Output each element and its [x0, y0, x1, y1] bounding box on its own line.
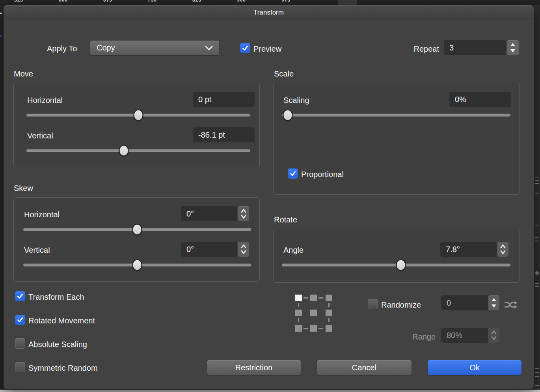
- slider-thumb[interactable]: [132, 259, 142, 271]
- symmetric-random-checkbox[interactable]: [15, 362, 25, 372]
- apply-to-dropdown[interactable]: Copy: [90, 41, 219, 55]
- shuffle-icon[interactable]: [504, 299, 518, 310]
- move-vertical-value: -86.1 pt: [198, 131, 225, 140]
- scaling-input[interactable]: 0%: [449, 92, 511, 107]
- dialog-title: Transform: [253, 9, 284, 17]
- ruler-number: 525: [14, 0, 23, 3]
- preview-checkbox[interactable]: [240, 43, 250, 53]
- slider-thumb[interactable]: [134, 110, 143, 121]
- anchor-point-center[interactable]: [310, 310, 317, 316]
- stepper-chevrons-icon: [240, 208, 247, 220]
- skew-horizontal-slider[interactable]: [23, 222, 251, 237]
- restriction-button-label: Restriction: [235, 363, 272, 372]
- anchor-point-middle-left[interactable]: [295, 310, 302, 316]
- anchor-point-middle-right[interactable]: [326, 310, 332, 316]
- range-input[interactable]: 80%: [441, 328, 488, 343]
- rotate-panel: Angle 7.8°: [273, 229, 520, 283]
- absolute-scaling-label: Absolute Scaling: [28, 339, 87, 349]
- panel-fragment: [535, 241, 539, 241]
- screen: 525600675750825900975 Transform Apply To…: [0, 0, 540, 392]
- checkmark-icon: [17, 293, 24, 300]
- stepper-up-down-icon: [510, 42, 516, 53]
- angle-slider[interactable]: [282, 258, 510, 273]
- randomize-seed-stepper[interactable]: [488, 295, 499, 310]
- angle-stepper[interactable]: [497, 242, 508, 257]
- absolute-scaling-checkbox[interactable]: [15, 338, 25, 349]
- angle-label: Angle: [283, 245, 304, 255]
- skew-vertical-input[interactable]: 0°: [181, 242, 237, 257]
- cancel-button[interactable]: Cancel: [317, 360, 412, 375]
- panel-fragment: [535, 180, 539, 181]
- anchor-point-bottom-center[interactable]: [310, 325, 317, 332]
- randomize-seed-input[interactable]: 0: [441, 295, 488, 310]
- background-app-right-edge: [534, 5, 540, 390]
- slider-track[interactable]: [26, 149, 250, 152]
- guide-tick: [0, 35, 2, 37]
- range-value: 80%: [447, 331, 462, 340]
- anchor-point-top-right[interactable]: [326, 295, 332, 301]
- panel-fragment: [535, 193, 539, 226]
- rotated-movement-checkbox[interactable]: [15, 315, 25, 325]
- scale-panel: Scaling 0% Proportional: [273, 83, 520, 195]
- ruler-tick: [0, 13, 2, 14]
- slider-thumb[interactable]: [283, 110, 292, 121]
- move-vertical-slider[interactable]: [26, 143, 250, 158]
- skew-panel: Horizontal 0° Vertical 0°: [13, 197, 260, 282]
- repeat-value: 3: [449, 43, 454, 52]
- anchor-point-top-left[interactable]: [295, 295, 302, 301]
- slider-track[interactable]: [282, 114, 510, 117]
- move-section-title: Move: [14, 69, 33, 78]
- ruler-number: 750: [148, 0, 157, 3]
- anchor-dash: [304, 297, 308, 299]
- move-panel: Horizontal 0 pt Vertical -86.1 pt: [13, 83, 260, 167]
- slider-thumb[interactable]: [119, 145, 129, 157]
- randomize-label: Randomize: [381, 300, 421, 310]
- apply-to-label: Apply To: [47, 43, 77, 54]
- slider-thumb[interactable]: [396, 259, 406, 271]
- panel-fragment: [535, 271, 539, 275]
- background-app-left-edge: [0, 5, 3, 390]
- skew-horizontal-stepper[interactable]: [238, 206, 249, 221]
- checkmark-icon: [17, 316, 24, 323]
- range-stepper[interactable]: [488, 328, 499, 343]
- panel-fragment: [535, 385, 539, 386]
- stepper-chevrons-icon: [240, 243, 247, 255]
- range-label: Range: [374, 332, 436, 342]
- move-horizontal-input[interactable]: 0 pt: [193, 92, 255, 107]
- randomize-checkbox[interactable]: [368, 299, 378, 309]
- transform-each-checkbox[interactable]: [15, 291, 25, 301]
- anchor-point-grid: [295, 295, 332, 332]
- skew-vertical-slider[interactable]: [23, 258, 251, 273]
- transform-each-label: Transform Each: [28, 292, 84, 302]
- apply-to-value: Copy: [97, 43, 115, 52]
- move-horizontal-slider[interactable]: [26, 108, 250, 123]
- preview-label: Preview: [253, 44, 281, 54]
- rotate-section-title: Rotate: [274, 215, 297, 224]
- move-vertical-label: Vertical: [27, 131, 53, 141]
- anchor-point-bottom-right[interactable]: [326, 325, 332, 332]
- restriction-button[interactable]: Restriction: [207, 360, 301, 375]
- repeat-label: Repeat: [376, 44, 439, 54]
- checkmark-icon: [289, 170, 296, 177]
- move-vertical-input[interactable]: -86.1 pt: [193, 127, 255, 142]
- scaling-slider[interactable]: [282, 108, 510, 123]
- anchor-dash: [298, 303, 299, 307]
- slider-thumb[interactable]: [132, 224, 142, 235]
- dialog-titlebar[interactable]: Transform: [4, 5, 534, 20]
- angle-value: 7.8°: [446, 245, 460, 254]
- anchor-point-bottom-left[interactable]: [295, 325, 302, 332]
- ruler-number: 975: [281, 0, 290, 3]
- skew-horizontal-value: 0°: [186, 209, 194, 218]
- proportional-checkbox[interactable]: [288, 168, 298, 179]
- anchor-dash: [328, 318, 330, 322]
- ok-button[interactable]: Ok: [428, 360, 521, 375]
- transform-dialog: Transform Apply To Copy Preview Repeat 3: [3, 5, 534, 389]
- repeat-stepper[interactable]: [507, 40, 519, 55]
- repeat-input[interactable]: 3: [444, 40, 506, 55]
- move-horizontal-label: Horizontal: [27, 95, 63, 105]
- skew-vertical-stepper[interactable]: [238, 242, 249, 257]
- panel-fragment: [535, 368, 539, 369]
- skew-horizontal-input[interactable]: 0°: [181, 206, 237, 221]
- angle-input[interactable]: 7.8°: [440, 242, 497, 257]
- anchor-point-top-center[interactable]: [310, 295, 317, 301]
